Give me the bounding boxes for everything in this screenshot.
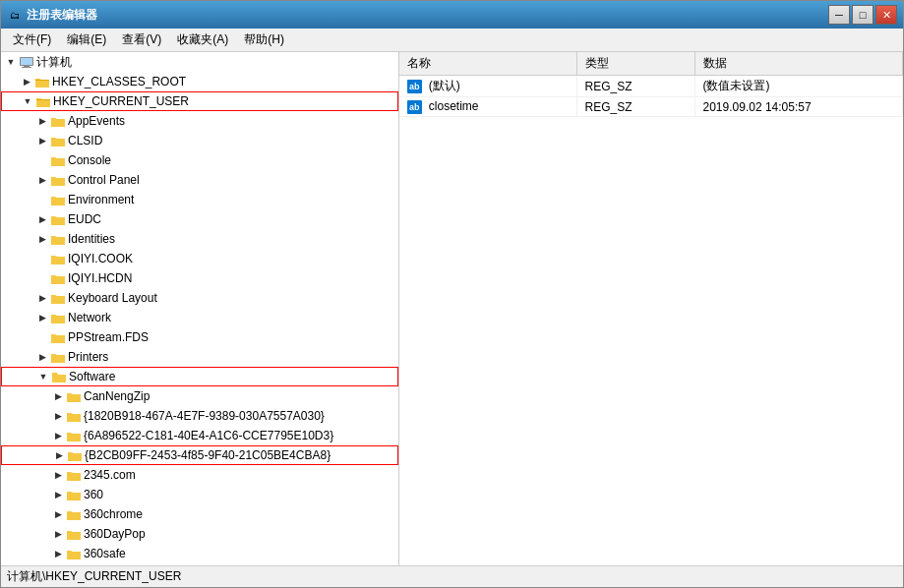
tree-identities[interactable]: ▶ Identities [1,229,398,249]
cell-type: REG_SZ [576,76,694,97]
folder-icon-guid2 [66,429,82,442]
menu-file[interactable]: 文件(F) [5,29,59,50]
cannengzip-label: CanNengZip [84,389,394,403]
expand-icon-kb: ▶ [34,290,50,306]
360chrome-label: 360chrome [84,507,394,521]
expand-icon-clsid: ▶ [34,133,50,148]
360daypop-label: 360DayPop [84,527,394,541]
kb-label: Keyboard Layout [68,291,394,305]
folder-icon-software [51,370,67,383]
expand-icon-hkcr: ▶ [19,74,34,89]
expand-icon-cannengzip: ▶ [50,388,66,404]
tree-network[interactable]: ▶ Network [1,308,398,327]
folder-icon-hkcr [34,75,50,88]
folder-icon-net [50,311,66,324]
guid2-label: {6A896522-C181-40E4-A1C6-CCE7795E10D3} [84,429,394,442]
folder-icon-printers [50,350,66,364]
folder-icon-hkcu [35,94,51,108]
svg-rect-7 [51,139,65,147]
svg-rect-14 [51,276,65,284]
svg-rect-12 [51,237,65,245]
table-row[interactable]: ab (默认) REG_SZ (数值未设置) [399,76,903,97]
tree-environment[interactable]: ▶ Environment [1,190,398,209]
menu-bar: 文件(F) 编辑(E) 查看(V) 收藏夹(A) 帮助(H) [1,29,903,52]
col-data: 数据 [694,52,903,76]
expand-icon-net: ▶ [34,310,50,325]
360safe-label: 360safe [84,547,394,560]
maximize-button[interactable]: □ [852,5,874,25]
svg-rect-18 [51,355,65,363]
tree-360daypop[interactable]: ▶ 360DayPop [1,524,398,544]
table-row[interactable]: ab closetime REG_SZ 2019.09.02 14:05:57 [399,97,903,117]
tree-guid1[interactable]: ▶ {1820B918-467A-4E7F-9389-030A7557A030} [1,406,398,426]
clsid-label: CLSID [68,134,394,147]
tree-hkcr[interactable]: ▶ HKEY_CLASSES_ROOT [1,72,398,91]
expand-icon-360daypop: ▶ [50,526,66,542]
ab-icon: ab [407,100,422,114]
expand-icon-software: ▼ [35,369,51,384]
expand-icon-cp: ▶ [34,172,50,188]
detail-table: 名称 类型 数据 ab (默认) REG_SZ (数值未设置) ab close… [399,52,903,117]
folder-icon-kb [50,291,66,305]
svg-rect-10 [51,198,65,206]
tree-hkcu[interactable]: ▼ HKEY_CURRENT_USER [1,91,398,111]
svg-rect-26 [67,512,81,520]
minimize-button[interactable]: ─ [828,5,850,25]
menu-view[interactable]: 查看(V) [114,29,169,50]
tree-controlpanel[interactable]: ▶ Control Panel [1,170,398,190]
expand-icon-360: ▶ [50,487,66,502]
tree-software[interactable]: ▼ Software [1,367,398,386]
svg-rect-11 [51,217,65,225]
svg-rect-17 [51,335,65,343]
close-button[interactable]: ✕ [875,5,897,25]
svg-rect-1 [21,58,32,65]
folder-icon-env [50,193,66,206]
menu-help[interactable]: 帮助(H) [236,29,292,50]
tree-360[interactable]: ▶ 360 [1,485,398,504]
tree-iqyicook[interactable]: ▶ IQIYI.COOK [1,249,398,268]
tree-360safe[interactable]: ▶ 360safe [1,544,398,563]
tree-kblayout[interactable]: ▶ Keyboard Layout [1,288,398,308]
tree-guid3[interactable]: ▶ {B2CB09FF-2453-4f85-9F40-21C05BE4CBA8} [1,445,398,465]
cell-data: (数值未设置) [694,76,903,97]
tree-appevents[interactable]: ▶ AppEvents [1,111,398,131]
expand-icon: ▼ [3,54,19,70]
folder-icon-360chrome [66,507,82,521]
tree-console[interactable]: ▶ Console [1,150,398,170]
menu-edit[interactable]: 编辑(E) [59,29,114,50]
expand-icon-360chrome: ▶ [50,506,66,522]
detail-panel: 名称 类型 数据 ab (默认) REG_SZ (数值未设置) ab close… [399,52,903,565]
menu-favorites[interactable]: 收藏夹(A) [169,29,236,50]
tree-clsid[interactable]: ▶ CLSID [1,131,398,150]
tree-guid2[interactable]: ▶ {6A896522-C181-40E4-A1C6-CCE7795E10D3} [1,426,398,445]
status-bar: 计算机\HKEY_CURRENT_USER [1,565,903,587]
tree-panel[interactable]: ▼ 计算机 ▶ HKEY_CLASSES_ROOT ▼ H [1,52,399,565]
folder-icon-id [50,232,66,246]
hkcr-label: HKEY_CLASSES_ROOT [52,75,394,88]
row-name: (默认) [429,79,460,92]
expand-icon-hkcu: ▼ [20,93,35,109]
appevents-label: AppEvents [68,114,394,128]
folder-icon-360safe [66,547,82,560]
tree-eudc[interactable]: ▶ EUDC [1,209,398,229]
tree-iqyihcdn[interactable]: ▶ IQIYI.HCDN [1,268,398,288]
id-label: Identities [68,232,394,246]
folder-icon-360daypop [66,527,82,541]
software-label: Software [69,370,393,383]
tree-printers[interactable]: ▶ Printers [1,347,398,367]
folder-icon-360 [66,488,82,501]
tree-360chrome[interactable]: ▶ 360chrome [1,504,398,524]
folder-icon-appevents [50,114,66,128]
folder-icon-guid1 [66,409,82,423]
cell-data: 2019.09.02 14:05:57 [694,97,903,117]
svg-rect-27 [67,532,81,540]
expand-icon-2345: ▶ [50,467,66,483]
tree-cannengzip[interactable]: ▶ CanNengZip [1,386,398,406]
tree-2345[interactable]: ▶ 2345.com [1,465,398,485]
svg-rect-9 [51,178,65,186]
iqyihcdn-label: IQIYI.HCDN [68,271,394,285]
printers-label: Printers [68,350,394,364]
tree-root[interactable]: ▼ 计算机 [1,52,398,72]
cell-type: REG_SZ [576,97,694,117]
tree-ppstream[interactable]: ▶ PPStream.FDS [1,327,398,347]
